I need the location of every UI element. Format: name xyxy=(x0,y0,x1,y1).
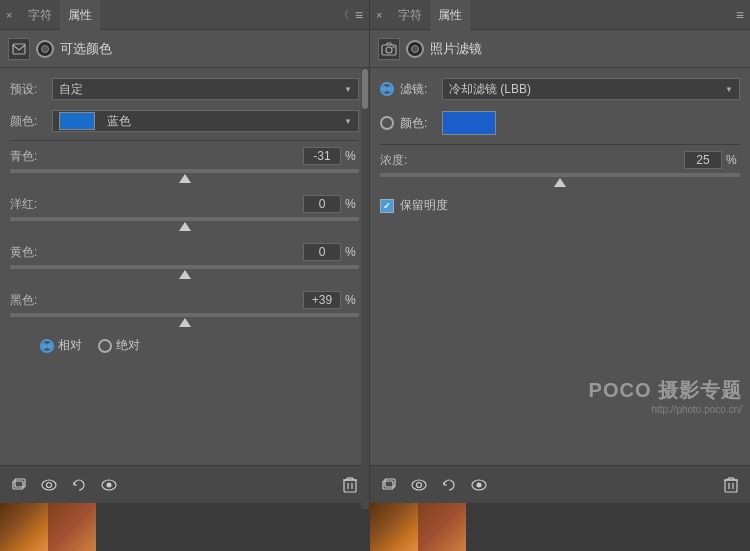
color-label: 颜色: xyxy=(10,113,52,130)
cyan-value[interactable]: -31 xyxy=(303,147,341,165)
right-thumbnail-2[interactable] xyxy=(418,503,466,551)
svg-rect-23 xyxy=(725,480,737,492)
right-toolbar xyxy=(370,465,750,503)
density-slider-section: 浓度: 25 % xyxy=(380,149,740,187)
color-dropdown-arrow: ▼ xyxy=(344,117,352,126)
right-adj-camera-icon xyxy=(378,38,400,60)
right-tab-character[interactable]: 字符 xyxy=(390,0,430,30)
density-label: 浓度: xyxy=(380,152,684,169)
magenta-value[interactable]: 0 xyxy=(303,195,341,213)
svg-point-6 xyxy=(107,482,112,487)
color-dropdown[interactable]: 蓝色 ▼ xyxy=(52,110,359,132)
cyan-thumb-container xyxy=(10,174,359,183)
black-thumb[interactable] xyxy=(179,318,191,327)
left-menu-icon[interactable]: ≡ xyxy=(355,7,363,23)
left-tab-character[interactable]: 字符 xyxy=(20,0,60,30)
left-toolbar-eye2-btn[interactable] xyxy=(98,474,120,496)
right-color-label: 颜色: xyxy=(400,115,436,132)
color-radio[interactable] xyxy=(380,116,394,130)
watermark: POCO 摄影专题 http://photo.poco.cn/ xyxy=(589,377,742,415)
thumbnail-2[interactable] xyxy=(48,503,96,551)
left-adj-title: 可选颜色 xyxy=(60,40,112,58)
scrollbar-thumb[interactable] xyxy=(362,69,368,109)
right-panel-content: 滤镜: 冷却滤镜 (LBB) ▼ 颜色: 浓度: 25 % xyxy=(370,68,750,465)
cyan-slider-section: 青色: -31 % xyxy=(10,145,359,183)
density-thumb-container xyxy=(380,178,740,187)
right-toolbar-eye-btn[interactable] xyxy=(408,474,430,496)
filter-value: 冷却滤镜 (LBB) xyxy=(449,81,531,98)
cyan-thumb[interactable] xyxy=(179,174,191,183)
right-toolbar-reset-btn[interactable] xyxy=(438,474,460,496)
density-track[interactable] xyxy=(380,173,740,177)
black-thumb-container xyxy=(10,318,359,327)
magenta-thumb[interactable] xyxy=(179,222,191,231)
cyan-track[interactable] xyxy=(10,169,359,173)
black-track[interactable] xyxy=(10,313,359,317)
left-panel-close[interactable]: × xyxy=(6,9,12,21)
filter-dropdown[interactable]: 冷却滤镜 (LBB) ▼ xyxy=(442,78,740,100)
black-pct: % xyxy=(345,293,359,307)
left-adj-title-row: 可选颜色 xyxy=(0,30,369,68)
magenta-track[interactable] xyxy=(10,217,359,221)
color-option-row: 颜色: xyxy=(380,110,740,136)
yellow-label: 黄色: xyxy=(10,244,303,261)
left-panel-content: 预设: 自定 ▼ 颜色: 蓝色 ▼ 青色: -31 % xyxy=(0,68,369,465)
right-adj-title-row: 照片滤镜 xyxy=(370,30,750,68)
right-toolbar-add-layer-btn[interactable] xyxy=(378,474,400,496)
left-panel: × 字符 属性 《 ≡ 可选颜色 预设: 自定 ▼ 颜色: xyxy=(0,0,370,551)
left-adj-circle-icon xyxy=(36,40,54,58)
svg-point-4 xyxy=(47,482,52,487)
right-panel-header: × 字符 属性 ≡ xyxy=(370,0,750,30)
yellow-value[interactable]: 0 xyxy=(303,243,341,261)
right-toolbar-eye2-btn[interactable] xyxy=(468,474,490,496)
right-panel: × 字符 属性 ≡ 照片滤镜 滤镜: 冷却滤镜 (LBB) xyxy=(370,0,750,551)
yellow-slider-header: 黄色: 0 % xyxy=(10,241,359,263)
radio-relative-circle xyxy=(40,339,54,353)
filter-option-row: 滤镜: 冷却滤镜 (LBB) ▼ xyxy=(380,76,740,102)
left-toolbar-add-layer-btn[interactable] xyxy=(8,474,30,496)
svg-point-3 xyxy=(42,480,56,490)
black-slider-header: 黑色: +39 % xyxy=(10,289,359,311)
black-value[interactable]: +39 xyxy=(303,291,341,309)
yellow-pct: % xyxy=(345,245,359,259)
radio-relative[interactable]: 相对 xyxy=(40,337,82,354)
left-toolbar-reset-btn[interactable] xyxy=(68,474,90,496)
preserve-luminosity-checkbox[interactable]: ✓ xyxy=(380,199,394,213)
right-color-swatch[interactable] xyxy=(442,111,496,135)
cyan-pct: % xyxy=(345,149,359,163)
svg-point-22 xyxy=(477,482,482,487)
cyan-label: 青色: xyxy=(10,148,303,165)
preset-label: 预设: xyxy=(10,81,52,98)
filter-label: 滤镜: xyxy=(400,81,436,98)
filter-radio[interactable] xyxy=(380,82,394,96)
radio-row: 相对 绝对 xyxy=(10,337,359,354)
right-tab-properties[interactable]: 属性 xyxy=(430,0,470,30)
black-label: 黑色: xyxy=(10,292,303,309)
right-thumbnail-1[interactable] xyxy=(370,503,418,551)
density-slider-header: 浓度: 25 % xyxy=(380,149,740,171)
preset-dropdown[interactable]: 自定 ▼ xyxy=(52,78,359,100)
density-pct: % xyxy=(726,153,740,167)
density-value[interactable]: 25 xyxy=(684,151,722,169)
magenta-thumb-container xyxy=(10,222,359,231)
yellow-track[interactable] xyxy=(10,265,359,269)
right-panel-close[interactable]: × xyxy=(376,9,382,21)
radio-absolute[interactable]: 绝对 xyxy=(98,337,140,354)
right-toolbar-delete-btn[interactable] xyxy=(720,474,742,496)
right-thumbnail-strip xyxy=(370,503,750,551)
preset-row: 预设: 自定 ▼ xyxy=(10,76,359,102)
left-collapse-arrows[interactable]: 《 xyxy=(339,8,349,22)
magenta-label: 洋红: xyxy=(10,196,303,213)
yellow-thumb[interactable] xyxy=(179,270,191,279)
left-tab-properties[interactable]: 属性 xyxy=(60,0,100,30)
scrollbar-track[interactable] xyxy=(361,68,369,509)
svg-point-16 xyxy=(393,46,395,48)
right-menu-icon[interactable]: ≡ xyxy=(736,7,744,23)
divider-right-1 xyxy=(380,144,740,145)
left-toolbar-eye-btn[interactable] xyxy=(38,474,60,496)
left-toolbar-delete-btn[interactable] xyxy=(339,474,361,496)
density-thumb[interactable] xyxy=(554,178,566,187)
svg-rect-7 xyxy=(344,480,356,492)
right-adj-title: 照片滤镜 xyxy=(430,40,482,58)
thumbnail-1[interactable] xyxy=(0,503,48,551)
